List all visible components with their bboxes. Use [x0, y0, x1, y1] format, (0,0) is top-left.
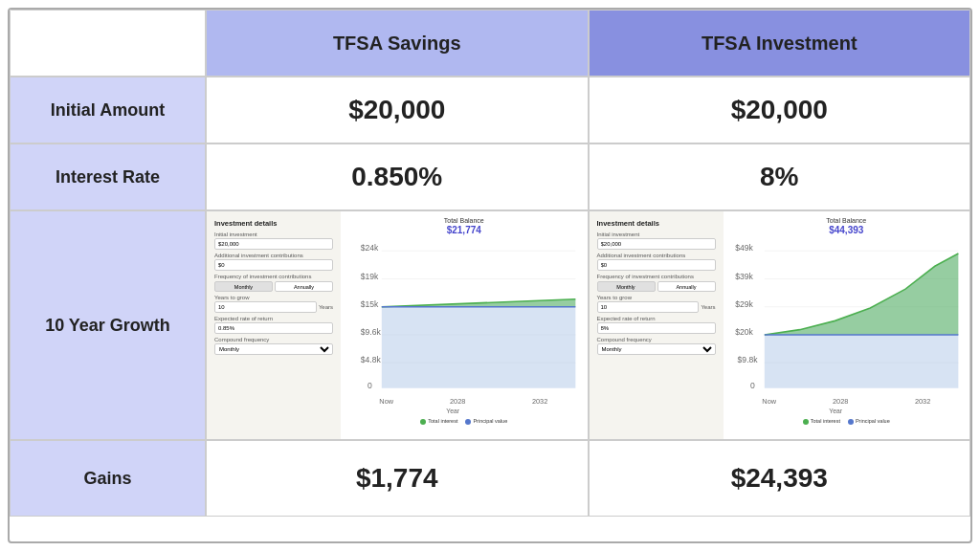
svg-text:$24k: $24k — [361, 243, 379, 253]
gains-investment: $24,393 — [589, 440, 971, 517]
svg-text:2028: 2028 — [833, 396, 848, 405]
investment-initial-input[interactable] — [597, 238, 716, 250]
svg-text:2032: 2032 — [532, 396, 547, 405]
savings-chart-legend: Total interest Principal value — [346, 418, 582, 425]
svg-text:Now: Now — [762, 396, 776, 405]
header-savings: TFSA Savings — [206, 10, 589, 77]
savings-inv-details: Investment details Initial investment Ad… — [207, 211, 341, 439]
comparison-grid: TFSA Savings TFSA Investment Initial Amo… — [10, 10, 970, 541]
investment-inv-details: Investment details Initial investment Ad… — [590, 211, 724, 439]
gains-label: Gains — [10, 440, 206, 517]
initial-amount-savings: $20,000 — [206, 77, 589, 143]
svg-text:$39k: $39k — [735, 271, 753, 280]
investment-additional-input[interactable] — [597, 259, 716, 271]
interest-rate-label: Interest Rate — [10, 143, 206, 210]
savings-freq-buttons: Monthly Annually — [214, 281, 333, 292]
svg-marker-35 — [764, 253, 958, 335]
investment-chart-svg-wrap: $49k $39k $29k $20k $9.8k 0 Now 2028 203… — [729, 238, 965, 416]
growth-savings-cell: Investment details Initial investment Ad… — [206, 210, 589, 440]
investment-annually-btn[interactable]: Annually — [657, 281, 716, 292]
savings-chart-svg-wrap: $24k $19k $15k $9.6k $4.8k 0 Now 2028 20… — [346, 238, 582, 416]
savings-initial-input[interactable] — [214, 238, 333, 250]
savings-monthly-btn[interactable]: Monthly — [214, 281, 273, 292]
growth-investment-cell: Investment details Initial investment Ad… — [589, 210, 971, 440]
growth-label: 10 Year Growth — [10, 210, 206, 440]
gains-savings: $1,774 — [206, 440, 589, 517]
svg-text:2032: 2032 — [914, 396, 929, 405]
svg-text:$19k: $19k — [361, 271, 379, 280]
growth-savings-content: Investment details Initial investment Ad… — [207, 211, 588, 439]
svg-text:Year: Year — [829, 408, 842, 414]
savings-chart: Total Balance $21,774 $24k $19k $15k $9.… — [341, 211, 588, 439]
svg-marker-34 — [764, 335, 958, 388]
svg-text:Now: Now — [379, 396, 393, 405]
investment-compound-select[interactable]: Monthly — [597, 343, 716, 355]
main-container: TFSA Savings TFSA Investment Initial Amo… — [0, 0, 980, 551]
interest-rate-savings: 0.850% — [206, 143, 589, 210]
savings-compound-select[interactable]: Monthly — [214, 343, 333, 355]
savings-rate-input[interactable] — [214, 322, 333, 334]
investment-freq-buttons: Monthly Annually — [597, 281, 716, 292]
svg-text:2028: 2028 — [450, 396, 465, 405]
svg-text:$9.8k: $9.8k — [737, 355, 757, 364]
investment-rate-input[interactable] — [597, 322, 716, 334]
header-investment: TFSA Investment — [589, 10, 971, 77]
savings-additional-input[interactable] — [214, 259, 333, 271]
table-wrapper: TFSA Savings TFSA Investment Initial Amo… — [8, 8, 972, 543]
initial-amount-investment: $20,000 — [589, 77, 971, 143]
investment-chart-legend: Total interest Principal value — [729, 418, 965, 425]
svg-text:$9.6k: $9.6k — [361, 327, 381, 337]
interest-rate-investment: 8% — [589, 143, 971, 210]
svg-text:$4.8k: $4.8k — [361, 355, 381, 364]
investment-chart: Total Balance $44,393 $49k $39k $29k $20… — [724, 211, 970, 439]
initial-amount-label: Initial Amount — [10, 77, 206, 143]
svg-text:Year: Year — [446, 408, 459, 414]
svg-text:0: 0 — [750, 380, 755, 389]
growth-investment-content: Investment details Initial investment Ad… — [590, 211, 970, 439]
svg-text:$29k: $29k — [735, 298, 753, 308]
svg-text:$20k: $20k — [735, 327, 753, 337]
svg-text:$49k: $49k — [735, 243, 753, 253]
header-empty — [10, 10, 206, 77]
svg-text:0: 0 — [368, 380, 372, 389]
svg-text:$15k: $15k — [361, 298, 379, 308]
savings-annually-btn[interactable]: Annually — [275, 281, 333, 292]
investment-years-input[interactable] — [597, 301, 700, 313]
savings-years-input[interactable] — [214, 301, 317, 313]
investment-monthly-btn[interactable]: Monthly — [597, 281, 656, 292]
svg-marker-15 — [382, 307, 576, 388]
